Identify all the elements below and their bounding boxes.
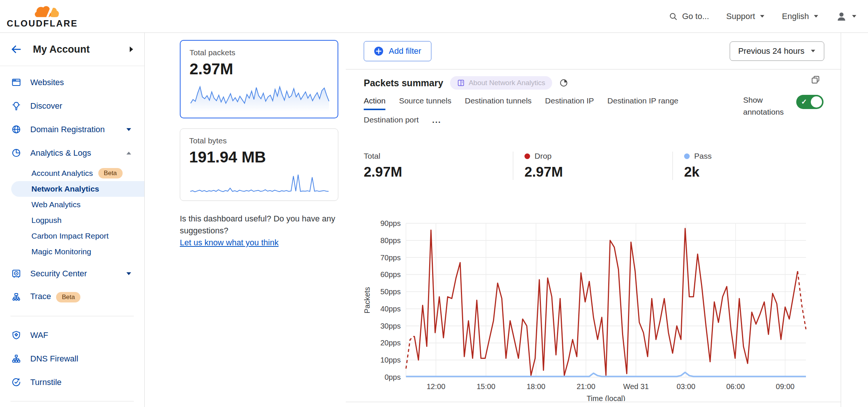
chevron-down-icon [126,272,132,276]
more-tabs-button[interactable]: ... [432,115,441,129]
feedback-link[interactable]: Let us know what you think [180,238,278,247]
stat-value: 2.97M [364,164,513,180]
legend-dot [524,153,530,159]
stat-value: 2.97M [524,164,672,180]
metric-card-label: Total bytes [189,136,329,145]
feedback-question: Is this dashboard useful? Do you have an… [180,213,341,237]
sidebar-item-turnstile[interactable]: Turnstile [0,370,144,394]
filter-row: Add filter Previous 24 hours [346,33,841,69]
sidebar-item-label: Web Analytics [31,200,81,209]
divider [10,316,134,316]
sidebar-item-network-analytics[interactable]: Network Analytics [11,181,144,197]
support-label: Support [726,12,755,21]
svg-text:90pps: 90pps [381,219,401,227]
sidebar-item-label: Magic Monitoring [31,247,91,256]
svg-text:Time (local): Time (local) [587,394,625,401]
go-to-search[interactable]: Go to... [669,12,709,21]
stat-label: Total [364,152,380,161]
chevron-right-icon[interactable] [129,46,134,53]
stat-pass: Pass 2k [672,152,823,180]
sidebar-item-security-center[interactable]: Security Center [0,262,144,285]
globe-icon [11,124,21,134]
sidebar-nav: Websites Discover Domain Registration An… [0,66,144,407]
chevron-down-icon [810,49,816,53]
svg-text:06:00: 06:00 [726,382,745,391]
user-avatar-icon [836,11,847,22]
sidebar-item-websites[interactable]: Websites [0,71,144,94]
sparkline-chart [189,171,330,195]
sidebar: My Account Websites Discover Domain Regi… [0,33,145,407]
account-row[interactable]: My Account [0,33,144,66]
tab-source-tunnels[interactable]: Source tunnels [399,96,451,110]
sidebar-item-label: Domain Registration [30,125,126,134]
feedback-block: Is this dashboard useful? Do you have an… [180,213,341,249]
stat-label: Drop [535,152,552,161]
cloudflare-wordmark: CLOUDFLARE [7,18,74,29]
sidebar-item-label: Network Analytics [31,184,99,193]
cloudflare-logo[interactable]: CLOUDFLARE [7,4,74,29]
sidebar-item-account-analytics[interactable]: Account Analytics Beta [0,165,144,181]
pie-chart-icon [559,78,569,88]
chevron-down-icon [852,15,857,18]
sidebar-item-discover[interactable]: Discover [0,94,144,118]
book-icon [457,79,465,87]
tab-destination-tunnels[interactable]: Destination tunnels [465,96,532,110]
pie-chart-icon [11,148,21,158]
legend-dot [684,153,690,159]
sidebar-item-label: WAF [30,330,132,340]
tab-destination-ip[interactable]: Destination IP [545,96,594,110]
stat-label: Pass [694,152,712,161]
tab-destination-ip-range[interactable]: Destination IP range [607,96,678,110]
metric-card-total-packets[interactable]: Total packets 2.97M [180,40,338,118]
svg-text:09:00: 09:00 [776,382,794,391]
language-menu[interactable]: English [782,12,819,21]
sidebar-item-label: Turnstile [30,378,132,387]
svg-text:0pps: 0pps [385,373,401,381]
packets-summary-panel: Packets summary About Network Analytics … [346,69,841,402]
sidebar-item-label: Logpush [31,216,62,225]
sidebar-item-dns-firewall[interactable]: DNS Firewall [0,347,144,370]
sidebar-item-trace[interactable]: TraceBeta [0,285,144,309]
svg-text:70pps: 70pps [381,254,401,262]
chevron-down-icon [813,15,819,18]
sidebar-item-web-analytics[interactable]: Web Analytics [0,197,144,212]
go-to-label: Go to... [682,12,709,21]
svg-text:20pps: 20pps [381,339,401,347]
check-icon: ✓ [801,97,807,106]
svg-text:40pps: 40pps [381,305,401,313]
top-header: CLOUDFLARE Go to... Support English [0,0,868,33]
svg-text:Wed 31: Wed 31 [623,382,649,391]
packets-chart: 0pps10pps20pps30pps40pps50pps60pps70pps8… [364,214,824,401]
duplicate-panel-icon[interactable] [810,75,821,85]
tab-destination-port[interactable]: Destination port [364,115,419,129]
sidebar-item-domain-registration[interactable]: Domain Registration [0,118,144,141]
about-network-analytics-badge[interactable]: About Network Analytics [450,76,552,90]
sidebar-item-label: Carbon Impact Report [31,232,109,240]
trace-icon [11,292,21,302]
panel-title: Packets summary [364,78,443,88]
support-menu[interactable]: Support [726,12,765,21]
sidebar-item-carbon-impact-report[interactable]: Carbon Impact Report [0,228,144,244]
metric-card-total-bytes[interactable]: Total bytes 191.94 MB [180,128,338,201]
svg-text:Packets: Packets [364,287,371,313]
sidebar-item-waf[interactable]: WAF [0,323,144,347]
svg-text:10pps: 10pps [381,356,401,364]
svg-text:50pps: 50pps [381,288,401,296]
arrow-left-icon[interactable] [10,44,22,55]
svg-text:15:00: 15:00 [477,382,495,391]
svg-text:80pps: 80pps [381,236,401,245]
add-filter-button[interactable]: Add filter [364,41,431,61]
safe-icon [11,268,21,279]
sidebar-item-magic-monitoring[interactable]: Magic Monitoring [0,244,144,260]
sidebar-item-logpush[interactable]: Logpush [0,212,144,228]
sidebar-item-label: DNS Firewall [30,354,132,364]
stat-total: Total 2.97M [364,152,513,180]
sidebar-item-label: Websites [30,78,132,87]
tab-action[interactable]: Action [364,96,385,110]
sidebar-item-analytics-logs[interactable]: Analytics & Logs [0,141,144,165]
account-menu[interactable] [836,11,857,22]
lightbulb-icon [11,101,21,111]
annotations-toggle[interactable]: ✓ [796,95,824,109]
beta-badge: Beta [98,168,123,178]
time-range-button[interactable]: Previous 24 hours [730,41,824,61]
